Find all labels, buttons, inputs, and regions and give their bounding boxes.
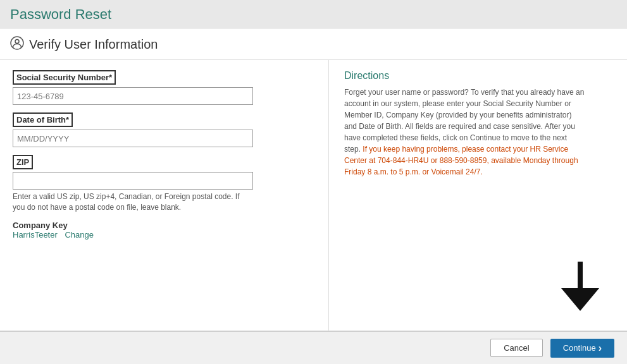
header-bar: Password Reset: [0, 0, 627, 28]
ssn-label: Social Security Number*: [13, 70, 116, 85]
dob-input[interactable]: [13, 130, 253, 147]
zip-input[interactable]: [13, 172, 253, 190]
ssn-required: *: [109, 73, 112, 82]
zip-hint: Enter a valid US zip, US zip+4, Canadian…: [13, 191, 253, 213]
page-title: Password Reset: [10, 6, 617, 23]
ssn-field-group: Social Security Number*: [13, 70, 316, 105]
user-icon: [10, 36, 24, 53]
directions-text: Forget your user name or password? To ve…: [344, 87, 585, 178]
page-wrapper: Password Reset Verify User Information: [0, 0, 627, 364]
ssn-input[interactable]: [13, 87, 253, 105]
cancel-button[interactable]: Cancel: [490, 339, 542, 357]
right-panel: Directions Forget your user name or pass…: [329, 60, 627, 331]
zip-label: ZIP: [13, 155, 33, 169]
down-arrow-icon: [561, 262, 599, 312]
directions-title: Directions: [344, 70, 389, 82]
svg-marker-3: [561, 288, 599, 311]
company-key-change-link[interactable]: Change: [65, 230, 94, 240]
dob-required: *: [66, 115, 69, 124]
company-key-section: Company Key HarrisTeeter Change: [13, 221, 316, 240]
main-body: Social Security Number* Date of Birth* Z…: [0, 60, 627, 331]
content-area: Verify User Information Social Security …: [0, 28, 627, 364]
section-header: Verify User Information: [0, 28, 627, 60]
svg-point-1: [15, 40, 19, 44]
left-panel: Social Security Number* Date of Birth* Z…: [0, 60, 329, 331]
dob-field-group: Date of Birth*: [13, 112, 316, 147]
company-key-value: HarrisTeeter: [13, 230, 58, 240]
dob-label: Date of Birth*: [13, 112, 73, 127]
arrow-container: [561, 262, 612, 320]
footer-bar: Cancel Continue ›: [0, 331, 627, 364]
section-title: Verify User Information: [29, 37, 158, 52]
zip-field-group: ZIP Enter a valid US zip, US zip+4, Cana…: [13, 155, 316, 213]
company-key-label: Company Key: [13, 221, 316, 230]
continue-button[interactable]: Continue ›: [550, 339, 614, 358]
continue-arrow-icon: ›: [599, 343, 602, 354]
